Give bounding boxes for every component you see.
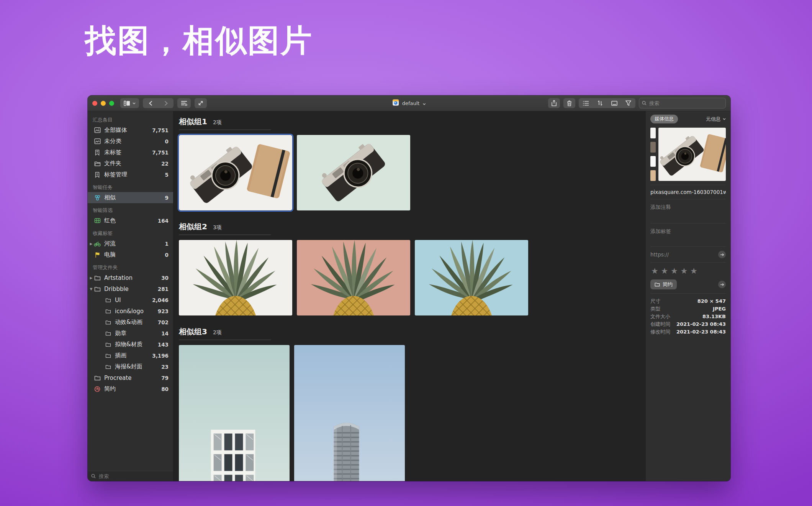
minimize-button[interactable] <box>101 101 106 106</box>
tag-manager-icon <box>94 171 101 178</box>
tab-meta-info[interactable]: 元信息 <box>706 116 726 123</box>
palette-swatch[interactable] <box>650 128 656 138</box>
folder-icon <box>105 341 111 348</box>
filter-button[interactable] <box>621 98 635 108</box>
item-count: 22 <box>161 161 169 167</box>
selected-media-preview <box>650 128 726 181</box>
item-count: 1 <box>165 241 169 247</box>
window-body: 汇总条目 全部媒体 7,751 未分类 0 未标签 7,751 <box>88 111 730 481</box>
meta-value: 2021-02-23 08:43 <box>676 328 726 336</box>
sidebar-item-similar[interactable]: 相似 9 <box>88 192 173 203</box>
list-view-button[interactable] <box>579 98 593 108</box>
sidebar-item-untagged[interactable]: 未标签 7,751 <box>88 147 173 158</box>
palette-swatch[interactable] <box>650 142 656 153</box>
trash-icon <box>567 100 572 106</box>
tab-meta-label: 元信息 <box>706 116 721 123</box>
item-count: 164 <box>158 218 169 224</box>
trash-button[interactable] <box>563 98 575 108</box>
photo-camera-notebook[interactable] <box>179 135 292 210</box>
sidebar-item-label: 海报&封面 <box>115 363 161 370</box>
photo-building-tower[interactable] <box>294 345 405 481</box>
photo-pineapple-white[interactable] <box>179 240 292 315</box>
sidebar-subfolder-motion[interactable]: 动效&动画 702 <box>88 317 173 328</box>
photo-pineapple-pink[interactable] <box>297 240 410 315</box>
item-count: 0 <box>165 252 169 258</box>
sidebar-subfolder-badge[interactable]: 勋章 14 <box>88 328 173 339</box>
selected-thumbnail[interactable] <box>658 128 726 181</box>
source-url-field[interactable]: https:// <box>650 251 726 258</box>
item-count: 9 <box>165 195 169 201</box>
sidebar-item-label: Dribbble <box>104 286 158 292</box>
share-icon <box>552 100 557 106</box>
sidebar-folder-procreate[interactable]: Procreate 79 <box>88 372 173 383</box>
rating-stars[interactable]: ★ ★ ★ ★ ★ <box>651 266 726 276</box>
folder-tag-label: 简约 <box>663 281 673 288</box>
disclosure-collapsed-icon[interactable]: ▶ <box>89 242 93 246</box>
share-button[interactable] <box>548 98 560 108</box>
search-icon <box>642 100 647 107</box>
group-count: 2项 <box>213 329 222 336</box>
sidebar-item-uncategorized[interactable]: 未分类 0 <box>88 136 173 147</box>
folder-icon <box>94 375 101 381</box>
similar-group-1: 相似组1 2项 <box>179 117 645 210</box>
sidebar-item-river-tag[interactable]: ▶ 河流 1 <box>88 238 173 249</box>
disclosure-expanded-icon[interactable]: ▼ <box>89 287 93 291</box>
sidebar-search-field[interactable] <box>88 471 173 481</box>
folder-icon <box>94 286 101 292</box>
sidebar-subfolder-material[interactable]: 拟物&材质 143 <box>88 339 173 350</box>
goto-folder-button[interactable] <box>718 281 726 288</box>
sidebar-item-red-filter[interactable]: 红色 164 <box>88 215 173 226</box>
tags-field[interactable]: 添加标签 <box>650 227 726 243</box>
sidebar-item-label: 拟物&材质 <box>115 341 158 348</box>
sidebar-folder-minimal[interactable]: 简约 80 <box>88 383 173 394</box>
sort-direction-button[interactable] <box>593 98 607 108</box>
sidebar-item-all-media[interactable]: 全部媒体 7,751 <box>88 125 173 136</box>
photo-camera-mint[interactable] <box>297 135 410 210</box>
item-count: 143 <box>158 342 169 348</box>
photo-building-grid[interactable] <box>179 345 290 481</box>
sidebar-item-label: 简约 <box>104 385 161 393</box>
zoom-button[interactable] <box>109 101 114 106</box>
sort-options-button[interactable] <box>177 98 191 108</box>
sidebar-item-label: 全部媒体 <box>104 127 152 134</box>
fullscreen-button[interactable] <box>195 98 207 108</box>
frame-style-button[interactable] <box>607 98 621 108</box>
sidebar-subfolder-ui[interactable]: UI 2,046 <box>88 294 173 306</box>
close-button[interactable] <box>92 101 97 106</box>
photo-pineapple-blue[interactable] <box>415 240 528 315</box>
palette-swatch[interactable] <box>650 170 656 181</box>
divider <box>650 199 726 199</box>
back-button[interactable] <box>143 98 158 108</box>
item-count: 79 <box>161 375 169 381</box>
disclosure-collapsed-icon[interactable]: ▶ <box>89 276 93 280</box>
folder-icon <box>94 274 101 281</box>
meta-row: 尺寸 820 × 547 <box>650 297 726 305</box>
library-name: default <box>402 100 420 106</box>
sidebar-folder-artstation[interactable]: ▶ Artstation 30 <box>88 272 173 283</box>
meta-label: 修改时间 <box>650 328 670 336</box>
sidebar-subfolder-illustration[interactable]: 插画 3,196 <box>88 350 173 361</box>
divider <box>650 246 726 247</box>
folder-tag-pill[interactable]: 简约 <box>650 279 677 289</box>
bookmark-icon <box>94 149 101 156</box>
global-search-field[interactable] <box>639 98 726 108</box>
sidebar-item-tag-manager[interactable]: 标签管理 5 <box>88 169 173 180</box>
forward-button[interactable] <box>158 98 174 108</box>
divider <box>650 293 726 294</box>
sidebar-search-input[interactable] <box>98 473 170 480</box>
library-switcher[interactable]: default <box>393 99 426 107</box>
sidebar-item-computer-tag[interactable]: 电脑 0 <box>88 249 173 260</box>
annotation-field[interactable]: 添加注释 <box>650 203 726 219</box>
global-search-input[interactable] <box>648 100 723 107</box>
sidebar-item-label: Procreate <box>104 375 161 381</box>
view-mode-button[interactable] <box>120 98 139 108</box>
sidebar-subfolder-poster[interactable]: 海报&封面 23 <box>88 361 173 372</box>
sidebar-folder-dribbble[interactable]: ▼ Dribbble 281 <box>88 283 173 294</box>
tab-media-info[interactable]: 媒体信息 <box>650 115 678 123</box>
sidebar-item-folders[interactable]: 文件夹 22 <box>88 158 173 169</box>
palette-swatch[interactable] <box>650 156 656 167</box>
divider <box>650 262 726 263</box>
sidebar-subfolder-iconlogo[interactable]: icon&logo 923 <box>88 306 173 317</box>
open-url-button[interactable] <box>718 251 726 258</box>
layout-view-icon <box>124 100 130 106</box>
